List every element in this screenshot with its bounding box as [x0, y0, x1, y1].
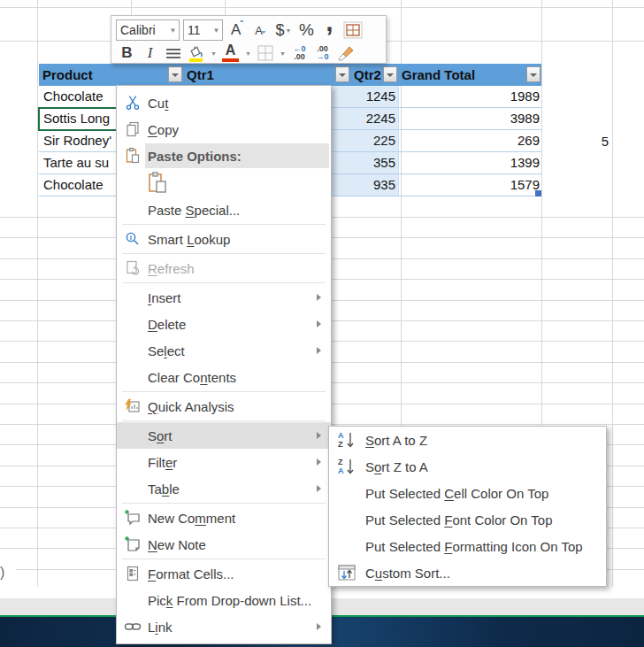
filter-dropdown-button[interactable]: [168, 66, 182, 82]
submenu-arrow-icon: [317, 458, 321, 466]
mini-toolbar: Calibri ▼ 11 ▼ Aˆ Aˇ $▼ % , B: [111, 15, 387, 64]
menu-item-sort-a-to-z[interactable]: AZSort A to Z: [329, 427, 606, 453]
menu-separator: [122, 224, 326, 225]
menu-item-link[interactable]: Link: [117, 613, 331, 640]
menu-item-paste-special[interactable]: Paste Special...: [117, 196, 331, 223]
gridline: [131, 0, 132, 16]
menu-item-refresh: Refresh: [117, 255, 331, 281]
comma-style-button[interactable]: ,: [318, 19, 341, 41]
sort-za-icon: ZA: [337, 457, 356, 476]
menu-item-label: Delete: [148, 317, 186, 332]
menu-item-clear-contents[interactable]: Clear Contents: [117, 364, 331, 390]
chevron-down-icon[interactable]: ▼: [211, 27, 222, 35]
menu-label-paste-options: Paste Options:: [117, 142, 331, 169]
menu-item-custom-sort[interactable]: Custom Sort...: [329, 559, 606, 586]
shrink-font-button[interactable]: Aˇ: [249, 19, 272, 41]
fill-color-dropdown[interactable]: ▼: [208, 42, 218, 64]
copy-icon: [124, 120, 142, 138]
menu-item-label: Table: [148, 481, 180, 497]
font-color-dropdown[interactable]: ▼: [242, 42, 253, 64]
menu-item-quick-analysis[interactable]: Quick Analysis: [117, 393, 331, 420]
menu-item-label: Copy: [148, 122, 179, 137]
menu-item-label: Paste Special...: [148, 203, 240, 218]
format-table-icon[interactable]: [341, 19, 364, 41]
submenu-arrow-icon: [317, 347, 321, 354]
menu-item-insert[interactable]: Insert: [117, 284, 331, 311]
table-resize-handle[interactable]: [535, 190, 541, 196]
menu-item-new-note[interactable]: New Note: [117, 531, 331, 558]
menu-item-label: Insert: [148, 290, 181, 305]
increase-decimal-button[interactable]: ←0.00: [288, 42, 310, 64]
grow-font-button[interactable]: Aˆ: [226, 19, 249, 41]
menu-item-put-selected-formatting-icon-on-top[interactable]: Put Selected Formatting Icon On Top: [329, 533, 606, 559]
menu-item-label: Paste Options:: [148, 149, 242, 164]
font-name-combo[interactable]: Calibri ▼: [116, 19, 180, 41]
fill-color-button[interactable]: [185, 42, 207, 64]
menu-item-label: New Note: [148, 537, 206, 552]
cell-grand-total: 1579: [398, 174, 542, 196]
submenu-arrow-icon: [317, 432, 321, 439]
borders-dropdown[interactable]: ▼: [277, 42, 288, 64]
italic-button[interactable]: I: [139, 42, 161, 64]
new-note-icon: [124, 535, 142, 553]
menu-item-copy[interactable]: Copy: [117, 116, 331, 142]
filter-dropdown-button[interactable]: [383, 66, 397, 82]
menu-separator: [122, 558, 326, 559]
menu-item-new-comment[interactable]: New Comment: [117, 505, 331, 531]
percent-style-button[interactable]: %: [295, 19, 318, 41]
menu-item-put-selected-cell-color-on-top[interactable]: Put Selected Cell Color On Top: [329, 480, 606, 506]
center-align-icon[interactable]: [162, 42, 184, 64]
gridline: [612, 0, 613, 587]
new-comment-icon: [124, 509, 142, 527]
font-color-button[interactable]: A: [219, 42, 242, 64]
font-size-combo[interactable]: 11 ▼: [183, 19, 223, 41]
chevron-down-icon[interactable]: ▼: [167, 27, 179, 35]
menu-item-sort[interactable]: Sort: [117, 422, 331, 449]
cell-qtr2: 225: [350, 130, 398, 151]
paste-options-icon: [124, 147, 142, 165]
submenu-arrow-icon: [317, 485, 321, 492]
menu-item-put-selected-font-color-on-top[interactable]: Put Selected Font Color On Top: [329, 506, 606, 533]
sheet-tab-fragment: ): [0, 558, 16, 589]
menu-item-table[interactable]: Table: [117, 475, 331, 502]
gridline: [225, 0, 226, 16]
menu-item-format-cells[interactable]: Format Cells...: [117, 560, 331, 587]
menu-item-smart-lookup[interactable]: iSmart Lookup: [117, 226, 331, 252]
svg-text:A: A: [338, 466, 344, 475]
menu-item-label: Sort: [148, 428, 172, 443]
menu-item-label: New Comment: [148, 511, 235, 526]
accounting-format-button[interactable]: $▼: [272, 19, 295, 41]
filter-dropdown-button[interactable]: [335, 66, 349, 82]
svg-text:Z: Z: [338, 440, 343, 449]
cell-qtr2: 355: [350, 152, 398, 173]
bold-button[interactable]: B: [116, 42, 138, 64]
excel-screenshot: ProductQtr1Qtr2Grand Total Chocolate1245…: [0, 0, 644, 647]
column-header-qtr1: Qtr1: [183, 64, 350, 86]
menu-item-delete[interactable]: Delete: [117, 311, 331, 337]
svg-text:A: A: [338, 431, 344, 440]
format-painter-button[interactable]: [334, 42, 356, 64]
menu-separator: [122, 503, 326, 504]
cell-grand-total: 269: [398, 130, 542, 151]
paste-button[interactable]: [146, 171, 169, 195]
menu-item-cut[interactable]: Cut: [117, 89, 331, 116]
menu-item-label: Refresh: [148, 261, 195, 276]
menu-item-label: Smart Lookup: [148, 232, 230, 247]
menu-item-sort-z-to-a[interactable]: ZASort Z to A: [329, 453, 606, 480]
submenu-arrow-icon: [317, 294, 321, 301]
borders-button[interactable]: [254, 42, 276, 64]
submenu-arrow-icon: [317, 320, 321, 327]
table-header-row: ProductQtr1Qtr2Grand Total: [39, 64, 541, 86]
menu-item-filter[interactable]: Filter: [117, 449, 331, 475]
menu-item-label: Sort A to Z: [365, 433, 427, 448]
gridline: [37, 0, 38, 587]
column-header-qtr2: Qtr2: [350, 64, 398, 86]
decrease-decimal-button[interactable]: .00→0: [311, 42, 334, 64]
sort-submenu: AZSort A to ZZASort Z to APut Selected C…: [328, 426, 607, 587]
custom-sort-icon: [337, 563, 356, 582]
column-header-label: Qtr1: [183, 64, 214, 86]
filter-dropdown-button[interactable]: [526, 66, 540, 82]
menu-item-select[interactable]: Select: [117, 337, 331, 364]
cell-grand-total: 1989: [398, 86, 542, 107]
menu-item-pick-from-drop-down-list[interactable]: Pick From Drop-down List...: [117, 587, 331, 613]
